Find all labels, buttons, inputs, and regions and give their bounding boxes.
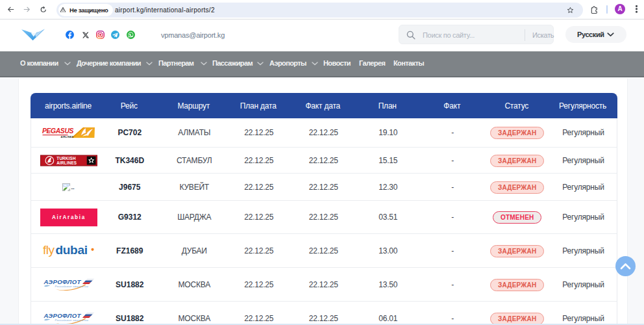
svg-text:PEGASUS: PEGASUS (42, 127, 73, 135)
svg-text:Российские авиалинии: Российские авиалинии (55, 318, 88, 321)
svg-text:TURKISH: TURKISH (56, 156, 76, 161)
svg-text:AIRLINES: AIRLINES (61, 136, 74, 138)
svg-text:--: -- (71, 185, 74, 190)
svg-text:AirArabia: AirArabia (52, 214, 86, 220)
svg-text:Российские авиалинии: Российские авиалинии (55, 284, 88, 287)
svg-text:dubai: dubai (56, 244, 88, 257)
svg-text:fly: fly (43, 244, 55, 257)
svg-text:AIRLINES: AIRLINES (56, 161, 77, 165)
